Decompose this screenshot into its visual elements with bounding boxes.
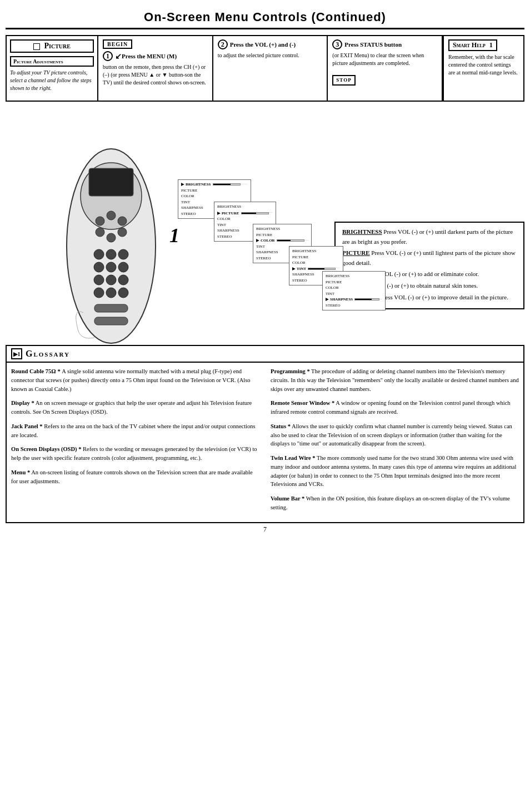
smart-help-title: Smart Help 1 [448,39,497,51]
step-2-text: to adjust the selected picture control. [218,52,323,59]
smart-help-text: Remember, with the bar scale centered th… [448,53,519,77]
step-2-circle: 2 [218,39,228,49]
picture-box: Picture Picture Adjustments To adjust yo… [7,36,98,101]
menu-picture-row: PICTURE [181,188,248,194]
tint-bar [308,268,336,270]
glossary-entry-round-cable: Round Cable 75Ω * A single solid antenna… [11,367,259,393]
step-2-title: 2 Press the VOL (+) and (-) [218,39,323,49]
glossary-entry-osd: On Screen Displays (OSD) * Refers to the… [11,445,259,463]
menu-brightness-row-3: BRIGHTNESS [256,226,308,232]
menu-picture-row-4: PICTURE [292,254,340,260]
desc-picture: PICTURE Press VOL (-) or (+) until light… [342,248,517,268]
page-header: On-Screen Menu Controls (Continued) [6,6,524,29]
svg-point-5 [118,217,127,225]
color-bar [277,239,304,242]
smart-help-number: 1 [489,41,493,49]
step-1-circle: 1 [103,51,113,61]
picture-bar [241,212,269,214]
glossary-term-display: Display * [11,400,34,406]
step-1-box: BEGIN 1 ↙ Press the MENU (M) button on t… [98,36,213,101]
page: On-Screen Menu Controls (Continued) Pict… [0,0,530,812]
menu-sharpness-highlight: ▶SHARPNESS ··· [326,297,382,303]
glossary-entry-remote-sensor: Remote Sensor Window * A window or openi… [271,399,519,417]
svg-point-10 [106,249,116,259]
svg-point-19 [106,288,116,298]
step-1-arrow-icon: ↙ [115,52,122,61]
step-3-title: 3 Press STATUS button [332,39,437,49]
glossary-term-twin-lead: Twin Lead Wire * [271,455,316,461]
svg-point-3 [96,217,104,225]
svg-rect-22 [94,317,128,325]
begin-badge: BEGIN [103,39,132,49]
menu-color-row-4: COLOR [292,260,340,266]
glossary-col-right: Programming * The procedure of adding or… [271,367,519,518]
step-3-box: 3 Press STATUS button (or EXIT Menu) to … [328,36,443,101]
menu-brightness-row-2: BRIGHTNESS [217,204,273,210]
svg-point-9 [94,249,104,259]
svg-point-13 [106,262,116,272]
menu-color-row-2: COLOR [217,216,273,222]
term-picture: PICTURE [342,249,370,256]
top-section: Picture Picture Adjustments To adjust yo… [6,35,524,102]
svg-point-18 [94,288,104,298]
step-2-box: 2 Press the VOL (+) and (-) to adjust th… [213,36,328,101]
glossary-term-round-cable: Round Cable 75Ω * [11,368,61,374]
remote-control-svg [50,141,172,352]
glossary-body: Round Cable 75Ω * A single solid antenna… [7,363,523,522]
svg-point-20 [118,288,128,298]
menu-color-row-1: COLOR [181,193,248,199]
svg-point-14 [118,262,128,272]
svg-point-8 [118,228,127,237]
page-title: On-Screen Menu Controls (Continued) [144,10,386,24]
svg-point-16 [106,275,116,285]
glossary-col-left: Round Cable 75Ω * A single solid antenna… [11,367,259,518]
menu-stereo-row-5: STEREO [326,303,382,309]
step-1-text: button on the remote, then press the CH … [103,63,208,87]
glossary-entry-twin-lead: Twin Lead Wire * The more commonly used … [271,454,519,489]
smart-help-box: Smart Help 1 Remember, with the bar scal… [443,36,523,101]
picture-title: Picture [10,39,94,53]
glossary-term-menu: Menu * [11,469,30,475]
menu-picture-row-5: PICTURE [326,279,382,285]
svg-point-15 [94,275,104,285]
glossary-icon: ▶1 [11,348,22,359]
term-brightness: BRIGHTNESS [342,228,382,235]
brightness-bar [213,183,241,186]
stop-badge: STOP [332,75,355,86]
sharpness-bar [354,298,379,300]
menu-tint-row-5: TINT [326,291,382,297]
page-number: 7 [6,523,524,536]
svg-point-7 [107,233,116,242]
glossary-term-status: Status * [271,423,291,429]
menu-picture-row-3: PICTURE [256,232,308,238]
svg-rect-21 [94,304,128,312]
step-3-circle: 3 [332,39,342,49]
glossary-term-jack-panel: Jack Panel * [11,423,43,429]
step-1-title: 1 ↙ Press the MENU (M) [103,51,208,61]
picture-adj-label: Picture Adjustments [10,56,94,67]
glossary-entry-menu: Menu * An on-screen listing of feature c… [11,468,259,486]
svg-point-12 [94,262,104,272]
menu-brightness-row-5: BRIGHTNESS [326,273,382,279]
svg-point-4 [107,211,116,220]
menu-display-5: BRIGHTNESS PICTURE COLOR TINT ▶SHARPNESS… [322,271,386,310]
glossary-term-osd: On Screen Displays (OSD) * [11,446,81,452]
svg-point-6 [96,228,104,237]
glossary-entry-programming: Programming * The procedure of adding or… [271,367,519,393]
desc-brightness: BRIGHTNESS Press VOL (-) or (+) until da… [342,227,517,247]
glossary-term-programming: Programming * [271,368,310,374]
glossary-entry-jack-panel: Jack Panel * Refers to the area on the b… [11,422,259,440]
svg-point-17 [118,275,128,285]
glossary-entry-status: Status * Allows the user to quickly conf… [271,422,519,448]
main-area: 3 2 1 [6,107,524,340]
menu-brightness-highlight: ▶BRIGHTNESS ········ [181,182,248,188]
glossary-term-volume-bar: Volume Bar * [271,495,304,502]
svg-rect-2 [89,168,133,196]
menu-picture-highlight: ▶PICTURE ····· [217,210,273,217]
menu-color-highlight: ▶COLOR ····· [256,238,308,244]
glossary-entry-display: Display * An on screen message or graphi… [11,399,259,417]
glossary-entry-volume-bar: Volume Bar * When in the ON position, th… [271,494,519,512]
step-3-text: (or EXIT Menu) to clear the screen when … [332,52,437,86]
svg-point-11 [118,249,128,259]
glossary-term-remote-sensor: Remote Sensor Window * [271,400,334,406]
